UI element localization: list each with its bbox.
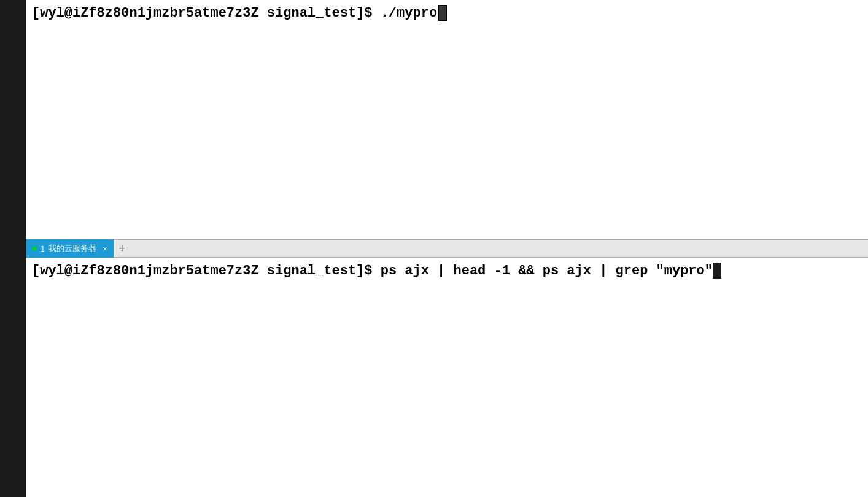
tab-number: 1 — [41, 244, 45, 253]
tab-bar: 1 我的云服务器 × + — [26, 239, 868, 258]
bottom-pane: [wyl@iZf8z80n1jmzbr5atme7z3Z signal_test… — [26, 258, 868, 497]
top-cursor — [438, 5, 447, 21]
top-command-line: [wyl@iZf8z80n1jmzbr5atme7z3Z signal_test… — [32, 5, 447, 21]
tab-add-button[interactable]: + — [114, 240, 131, 257]
top-pane-content: [wyl@iZf8z80n1jmzbr5atme7z3Z signal_test… — [32, 5, 862, 21]
tab-item-server[interactable]: 1 我的云服务器 × — [26, 239, 114, 258]
bottom-cursor — [713, 263, 721, 279]
terminal-main: [wyl@iZf8z80n1jmzbr5atme7z3Z signal_test… — [26, 0, 868, 497]
bottom-command-line: [wyl@iZf8z80n1jmzbr5atme7z3Z signal_test… — [32, 263, 862, 279]
terminal-wrapper: [wyl@iZf8z80n1jmzbr5atme7z3Z signal_test… — [0, 0, 868, 497]
tab-close-button[interactable]: × — [103, 244, 107, 253]
tab-label: 我的云服务器 — [48, 243, 96, 254]
left-sidebar — [0, 0, 26, 497]
bottom-command-text: [wyl@iZf8z80n1jmzbr5atme7z3Z signal_test… — [32, 263, 713, 279]
top-pane: [wyl@iZf8z80n1jmzbr5atme7z3Z signal_test… — [26, 0, 868, 239]
top-command-text: [wyl@iZf8z80n1jmzbr5atme7z3Z signal_test… — [32, 6, 437, 21]
tab-dot — [32, 246, 37, 251]
